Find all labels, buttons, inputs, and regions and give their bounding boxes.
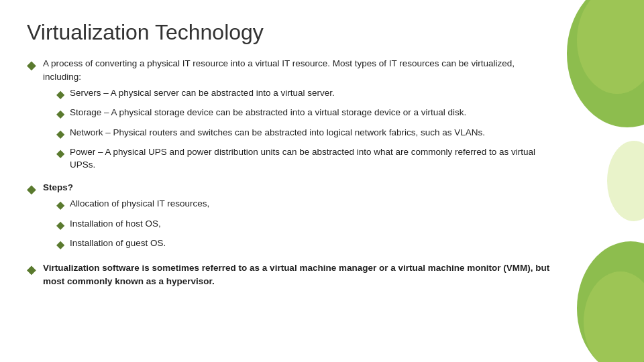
svg-point-3	[584, 272, 644, 362]
sub-bullets-1: ◆ Servers – A physical server can be abs…	[43, 86, 550, 172]
sub-bullet-1-4: ◆ Power – A physical UPS and power distr…	[43, 145, 550, 172]
sub-bullet-1-4-text: Power – A physical UPS and power distrib…	[70, 145, 550, 172]
sub-bullet-1-4-icon: ◆	[56, 145, 64, 161]
sub-bullet-1-3-icon: ◆	[56, 126, 64, 141]
sub-bullet-2-2: ◆ Installation of host OS,	[43, 217, 550, 233]
svg-point-1	[577, 0, 644, 94]
sub-bullet-2-1-text: Allocation of physical IT resources,	[70, 197, 550, 210]
sub-bullet-2-2-text: Installation of host OS,	[70, 217, 550, 231]
sub-bullets-2: ◆ Allocation of physical IT resources, ◆…	[43, 197, 550, 252]
bullet-3-text: Virtualization software is sometimes ref…	[43, 263, 549, 286]
slide-title: Virtualization Technology	[27, 20, 550, 45]
bullet-1: ◆ A process of converting a physical IT …	[27, 57, 550, 176]
sub-bullet-1-2-icon: ◆	[56, 106, 64, 121]
sub-bullet-1-1-icon: ◆	[56, 86, 64, 102]
bullet-3-icon: ◆	[27, 261, 36, 278]
sub-bullet-2-3-icon: ◆	[56, 237, 64, 252]
bullet-1-icon: ◆	[27, 56, 36, 74]
sub-bullet-2-1: ◆ Allocation of physical IT resources,	[43, 197, 550, 213]
bullet-3: ◆ Virtualization software is sometimes r…	[27, 261, 550, 288]
svg-point-4	[607, 141, 644, 221]
slide-content: Virtualization Technology ◆ A process of…	[27, 20, 550, 288]
bullet-2-text: Steps?	[43, 182, 73, 192]
sub-bullet-2-3: ◆ Installation of guest OS.	[43, 237, 550, 252]
svg-point-2	[577, 241, 644, 362]
bullet-2-icon: ◆	[27, 180, 36, 198]
sub-bullet-1-2-text: Storage – A physical storage device can …	[70, 106, 550, 119]
bullet-1-text: A process of converting a physical IT re…	[43, 58, 515, 82]
sub-bullet-2-3-text: Installation of guest OS.	[70, 237, 550, 250]
slide: Virtualization Technology ◆ A process of…	[0, 0, 644, 362]
sub-bullet-1-1-text: Servers – A physical server can be abstr…	[70, 86, 550, 100]
sub-bullet-1-3-text: Network – Physical routers and switches …	[70, 126, 550, 139]
bullet-2: ◆ Steps? ◆ Allocation of physical IT res…	[27, 181, 550, 256]
sub-bullet-2-1-icon: ◆	[56, 197, 64, 213]
sub-bullet-1-2: ◆ Storage – A physical storage device ca…	[43, 106, 550, 121]
content-area: ◆ A process of converting a physical IT …	[27, 57, 550, 288]
svg-point-0	[567, 0, 644, 127]
sub-bullet-2-2-icon: ◆	[56, 217, 64, 233]
sub-bullet-1-1: ◆ Servers – A physical server can be abs…	[43, 86, 550, 102]
sub-bullet-1-3: ◆ Network – Physical routers and switche…	[43, 126, 550, 141]
